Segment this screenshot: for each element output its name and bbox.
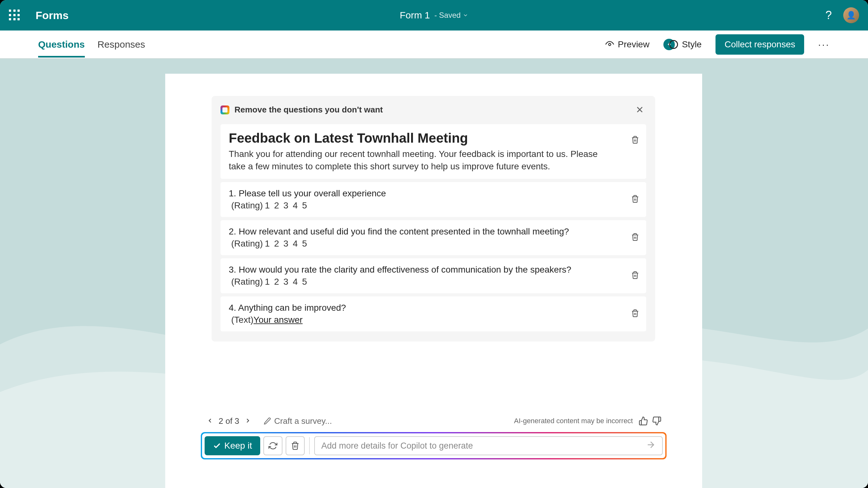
submit-arrow-icon[interactable] — [646, 440, 656, 452]
question-text: 1. Please tell us your overall experienc… — [229, 188, 638, 199]
check-icon — [213, 441, 221, 450]
next-draft-button[interactable] — [242, 416, 254, 426]
question-card[interactable]: 2. How relevant and useful did you find … — [220, 220, 646, 255]
palette-circle-icon — [669, 40, 678, 49]
brand-label: Forms — [36, 9, 69, 22]
svg-point-0 — [609, 43, 611, 45]
discard-button[interactable] — [286, 436, 305, 455]
thumbs-up-icon[interactable] — [639, 416, 648, 426]
close-icon[interactable]: ✕ — [633, 103, 646, 117]
delete-icon[interactable] — [631, 233, 639, 242]
question-card[interactable]: 1. Please tell us your overall experienc… — [220, 182, 646, 217]
style-button[interactable]: ✦ Style — [663, 39, 702, 50]
copilot-draft-panel: Remove the questions you don't want ✕ Fe… — [212, 96, 655, 341]
prompt-placeholder: Add more details for Copilot to generate — [321, 441, 473, 451]
trash-icon — [291, 441, 300, 450]
copilot-icon — [220, 105, 229, 114]
question-meta: (Rating)1 2 3 4 5 — [229, 201, 638, 211]
save-status: - Saved — [434, 11, 468, 20]
question-text: 4. Anything can be improved? — [229, 303, 638, 313]
document-title-group[interactable]: Form 1 - Saved — [400, 10, 468, 21]
question-text: 2. How relevant and useful did you find … — [229, 226, 638, 237]
question-meta: (Rating)1 2 3 4 5 — [229, 277, 638, 287]
question-meta: (Rating)1 2 3 4 5 — [229, 239, 638, 249]
answer-placeholder: Your answer — [253, 315, 303, 325]
question-meta: (Text)Your answer — [229, 315, 638, 325]
preview-button[interactable]: Preview — [605, 39, 650, 50]
separator — [309, 437, 310, 454]
keep-it-button[interactable]: Keep it — [205, 436, 260, 455]
help-icon[interactable]: ? — [826, 8, 832, 22]
form-description: Thank you for attending our recent townh… — [229, 148, 604, 173]
tab-bar: Questions Responses Preview ✦ Style Coll… — [0, 30, 868, 58]
regenerate-button[interactable] — [264, 436, 282, 455]
delete-icon[interactable] — [631, 195, 639, 204]
prev-draft-button[interactable] — [204, 416, 216, 426]
question-text: 3. How would you rate the clarity and ef… — [229, 265, 638, 275]
form-paper: Remove the questions you don't want ✕ Fe… — [165, 74, 702, 488]
question-card[interactable]: 3. How would you rate the clarity and ef… — [220, 258, 646, 293]
delete-icon[interactable] — [631, 309, 639, 319]
eye-icon — [605, 40, 614, 49]
canvas-area: Remove the questions you don't want ✕ Fe… — [0, 58, 868, 488]
app-launcher-icon[interactable] — [9, 9, 20, 21]
copilot-input-row: Keep it Add more details for Copilot to … — [201, 432, 666, 459]
delete-icon[interactable] — [631, 136, 639, 145]
form-title: Form 1 — [400, 10, 430, 21]
draft-nav-row: 2 of 3 Craft a survey... AI-generated co… — [204, 416, 663, 426]
tab-responses[interactable]: Responses — [97, 31, 145, 58]
question-card[interactable]: 4. Anything can be improved? (Text)Your … — [220, 297, 646, 331]
more-menu-icon[interactable]: ··· — [818, 39, 830, 50]
delete-icon[interactable] — [631, 271, 639, 280]
form-header-card[interactable]: Feedback on Latest Townhall Meeting Than… — [220, 124, 646, 179]
thumbs-down-icon[interactable] — [652, 416, 661, 426]
tab-questions[interactable]: Questions — [38, 31, 85, 58]
refresh-icon — [269, 441, 277, 450]
draft-hint: Remove the questions you don't want — [235, 105, 383, 115]
header-bar: Forms Form 1 - Saved ? 👤 — [0, 0, 868, 30]
collect-responses-button[interactable]: Collect responses — [715, 34, 804, 55]
avatar[interactable]: 👤 — [843, 7, 859, 23]
form-heading: Feedback on Latest Townhall Meeting — [229, 130, 638, 146]
chevron-down-icon — [463, 12, 468, 18]
craft-survey-button[interactable]: Craft a survey... — [264, 416, 332, 426]
draft-counter: 2 of 3 — [219, 416, 239, 426]
ai-disclaimer: AI-generated content may be incorrect — [514, 417, 633, 425]
pencil-icon — [264, 417, 271, 425]
app-window: Forms Form 1 - Saved ? 👤 Questions Respo… — [0, 0, 868, 488]
copilot-prompt-input[interactable]: Add more details for Copilot to generate — [314, 436, 663, 455]
